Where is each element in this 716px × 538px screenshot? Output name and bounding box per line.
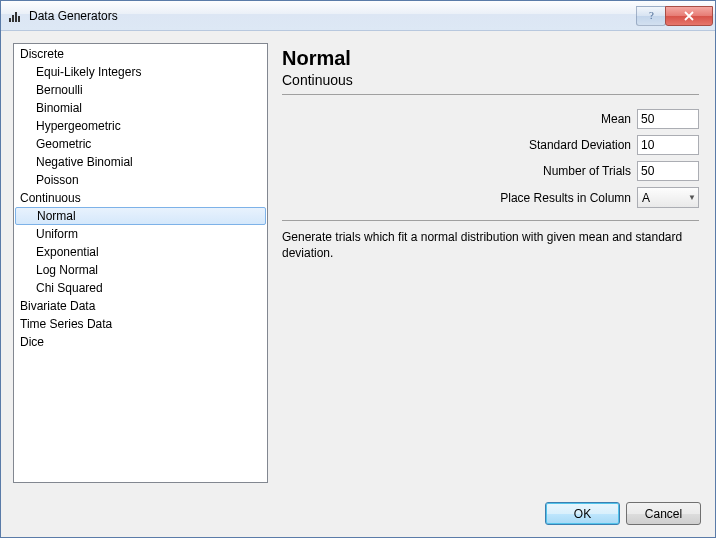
tree-item[interactable]: Hypergeometric — [14, 117, 267, 135]
dialog-content: DiscreteEqui-Likely IntegersBernoulliBin… — [1, 31, 715, 502]
ok-button[interactable]: OK — [545, 502, 620, 525]
chevron-down-icon: ▼ — [688, 193, 696, 202]
tree-category[interactable]: Time Series Data — [14, 315, 267, 333]
svg-rect-2 — [15, 12, 17, 22]
titlebar-buttons: ? — [637, 6, 713, 26]
tree-item[interactable]: Negative Binomial — [14, 153, 267, 171]
tree-category[interactable]: Discrete — [14, 45, 267, 63]
panel-description: Generate trials which fit a normal distr… — [282, 229, 699, 261]
select-column-value: A — [642, 191, 650, 205]
label-mean: Mean — [601, 112, 631, 126]
svg-rect-1 — [12, 15, 14, 22]
tree-item[interactable]: Bernoulli — [14, 81, 267, 99]
panel-subtitle: Continuous — [282, 72, 699, 95]
field-mean: Mean — [282, 109, 699, 129]
svg-text:?: ? — [649, 10, 654, 21]
tree-category[interactable]: Bivariate Data — [14, 297, 267, 315]
input-stddev[interactable] — [637, 135, 699, 155]
field-trials: Number of Trials — [282, 161, 699, 181]
tree-category[interactable]: Dice — [14, 333, 267, 351]
label-column: Place Results in Column — [500, 191, 631, 205]
generator-settings: Normal Continuous Mean Standard Deviatio… — [278, 43, 703, 490]
tree-item[interactable]: Poisson — [14, 171, 267, 189]
tree-item[interactable]: Geometric — [14, 135, 267, 153]
tree-item[interactable]: Chi Squared — [14, 279, 267, 297]
dialog-window: Data Generators ? DiscreteEqui-Likely In… — [0, 0, 716, 538]
cancel-button[interactable]: Cancel — [626, 502, 701, 525]
dialog-buttons: OK Cancel — [1, 502, 715, 537]
input-trials[interactable] — [637, 161, 699, 181]
svg-rect-3 — [18, 16, 20, 22]
help-button[interactable]: ? — [636, 6, 666, 26]
tree-item[interactable]: Normal — [15, 207, 266, 225]
input-mean[interactable] — [637, 109, 699, 129]
select-column[interactable]: A ▼ — [637, 187, 699, 208]
tree-category[interactable]: Continuous — [14, 189, 267, 207]
tree-item[interactable]: Uniform — [14, 225, 267, 243]
window-title: Data Generators — [29, 9, 637, 23]
close-button[interactable] — [665, 6, 713, 26]
divider — [282, 220, 699, 221]
tree-item[interactable]: Binomial — [14, 99, 267, 117]
tree-item[interactable]: Exponential — [14, 243, 267, 261]
tree-item[interactable]: Equi-Likely Integers — [14, 63, 267, 81]
panel-title: Normal — [282, 47, 699, 70]
field-column: Place Results in Column A ▼ — [282, 187, 699, 208]
label-trials: Number of Trials — [543, 164, 631, 178]
tree-item[interactable]: Log Normal — [14, 261, 267, 279]
app-icon — [7, 8, 23, 24]
generator-tree[interactable]: DiscreteEqui-Likely IntegersBernoulliBin… — [13, 43, 268, 483]
titlebar: Data Generators ? — [1, 1, 715, 31]
label-stddev: Standard Deviation — [529, 138, 631, 152]
svg-rect-0 — [9, 18, 11, 22]
field-stddev: Standard Deviation — [282, 135, 699, 155]
